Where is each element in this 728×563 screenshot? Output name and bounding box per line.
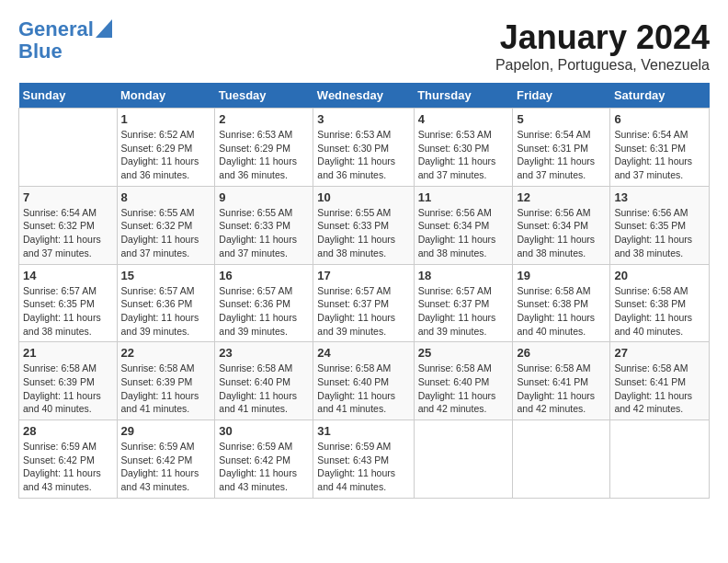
- day-number: 29: [121, 424, 211, 438]
- week-row-4: 21Sunrise: 6:58 AMSunset: 6:39 PMDayligh…: [19, 342, 710, 420]
- main-title: January 2024: [495, 18, 710, 57]
- day-cell: 20Sunrise: 6:58 AMSunset: 6:38 PMDayligh…: [610, 264, 710, 342]
- day-info: Sunrise: 6:56 AMSunset: 6:34 PMDaylight:…: [517, 206, 606, 260]
- day-cell: [414, 420, 513, 499]
- day-info: Sunrise: 6:59 AMSunset: 6:42 PMDaylight:…: [219, 440, 309, 494]
- day-number: 11: [418, 190, 509, 204]
- day-info: Sunrise: 6:54 AMSunset: 6:31 PMDaylight:…: [517, 128, 606, 182]
- day-number: 27: [614, 346, 705, 360]
- header: General Blue January 2024 Papelon, Portu…: [18, 18, 710, 74]
- day-info: Sunrise: 6:55 AMSunset: 6:33 PMDaylight:…: [219, 206, 309, 260]
- day-cell: 25Sunrise: 6:58 AMSunset: 6:40 PMDayligh…: [414, 342, 513, 420]
- day-cell: 1Sunrise: 6:52 AMSunset: 6:29 PMDaylight…: [117, 109, 215, 187]
- day-info: Sunrise: 6:58 AMSunset: 6:39 PMDaylight:…: [23, 362, 113, 416]
- logo-text-line1: General: [18, 18, 94, 40]
- day-number: 5: [517, 112, 606, 126]
- day-number: 26: [517, 346, 606, 360]
- day-number: 6: [614, 112, 705, 126]
- day-number: 9: [219, 190, 309, 204]
- day-number: 18: [418, 269, 509, 282]
- day-info: Sunrise: 6:52 AMSunset: 6:29 PMDaylight:…: [121, 128, 211, 182]
- day-info: Sunrise: 6:58 AMSunset: 6:40 PMDaylight:…: [219, 362, 309, 416]
- day-cell: 5Sunrise: 6:54 AMSunset: 6:31 PMDaylight…: [513, 109, 610, 187]
- day-number: 17: [317, 269, 409, 282]
- subtitle: Papelon, Portuguesa, Venezuela: [495, 57, 710, 74]
- day-info: Sunrise: 6:57 AMSunset: 6:35 PMDaylight:…: [23, 284, 113, 339]
- calendar-header-row: SundayMondayTuesdayWednesdayThursdayFrid…: [19, 83, 710, 109]
- day-info: Sunrise: 6:57 AMSunset: 6:36 PMDaylight:…: [121, 284, 211, 339]
- day-cell: 14Sunrise: 6:57 AMSunset: 6:35 PMDayligh…: [19, 264, 118, 342]
- day-info: Sunrise: 6:57 AMSunset: 6:37 PMDaylight:…: [317, 284, 409, 339]
- day-info: Sunrise: 6:58 AMSunset: 6:38 PMDaylight:…: [517, 284, 606, 339]
- day-number: 21: [23, 346, 113, 360]
- day-info: Sunrise: 6:55 AMSunset: 6:33 PMDaylight:…: [317, 206, 409, 260]
- day-info: Sunrise: 6:59 AMSunset: 6:42 PMDaylight:…: [23, 440, 113, 494]
- day-cell: 15Sunrise: 6:57 AMSunset: 6:36 PMDayligh…: [117, 264, 215, 342]
- day-cell: 3Sunrise: 6:53 AMSunset: 6:30 PMDaylight…: [313, 109, 414, 187]
- day-number: 31: [317, 424, 409, 438]
- day-cell: 8Sunrise: 6:55 AMSunset: 6:32 PMDaylight…: [117, 186, 215, 264]
- day-cell: 12Sunrise: 6:56 AMSunset: 6:34 PMDayligh…: [513, 186, 610, 264]
- day-cell: 23Sunrise: 6:58 AMSunset: 6:40 PMDayligh…: [215, 342, 313, 420]
- day-number: 16: [219, 269, 309, 282]
- header-sunday: Sunday: [19, 83, 118, 109]
- day-cell: [610, 420, 710, 499]
- day-cell: 11Sunrise: 6:56 AMSunset: 6:34 PMDayligh…: [414, 186, 513, 264]
- day-info: Sunrise: 6:58 AMSunset: 6:39 PMDaylight:…: [121, 362, 211, 416]
- day-info: Sunrise: 6:56 AMSunset: 6:34 PMDaylight:…: [418, 206, 509, 260]
- day-cell: 9Sunrise: 6:55 AMSunset: 6:33 PMDaylight…: [215, 186, 313, 264]
- day-info: Sunrise: 6:54 AMSunset: 6:31 PMDaylight:…: [614, 128, 705, 182]
- day-cell: 13Sunrise: 6:56 AMSunset: 6:35 PMDayligh…: [610, 186, 710, 264]
- day-number: 3: [317, 112, 409, 126]
- day-cell: 4Sunrise: 6:53 AMSunset: 6:30 PMDaylight…: [414, 109, 513, 187]
- day-number: 30: [219, 424, 309, 438]
- week-row-2: 7Sunrise: 6:54 AMSunset: 6:32 PMDaylight…: [19, 186, 710, 264]
- day-info: Sunrise: 6:58 AMSunset: 6:41 PMDaylight:…: [614, 362, 705, 416]
- header-friday: Friday: [513, 83, 610, 109]
- day-info: Sunrise: 6:58 AMSunset: 6:41 PMDaylight:…: [517, 362, 606, 416]
- day-cell: 2Sunrise: 6:53 AMSunset: 6:29 PMDaylight…: [215, 109, 313, 187]
- day-info: Sunrise: 6:58 AMSunset: 6:40 PMDaylight:…: [317, 362, 409, 416]
- day-number: 25: [418, 346, 509, 360]
- day-info: Sunrise: 6:53 AMSunset: 6:30 PMDaylight:…: [418, 128, 509, 182]
- day-cell: 31Sunrise: 6:59 AMSunset: 6:43 PMDayligh…: [313, 420, 414, 499]
- logo: General Blue: [18, 18, 112, 63]
- day-cell: 7Sunrise: 6:54 AMSunset: 6:32 PMDaylight…: [19, 186, 118, 264]
- day-number: 4: [418, 112, 509, 126]
- calendar-table: SundayMondayTuesdayWednesdayThursdayFrid…: [18, 83, 710, 499]
- day-info: Sunrise: 6:54 AMSunset: 6:32 PMDaylight:…: [23, 206, 113, 260]
- day-number: 12: [517, 190, 606, 204]
- day-number: 19: [517, 269, 606, 282]
- day-cell: 17Sunrise: 6:57 AMSunset: 6:37 PMDayligh…: [313, 264, 414, 342]
- header-thursday: Thursday: [414, 83, 513, 109]
- day-info: Sunrise: 6:57 AMSunset: 6:37 PMDaylight:…: [418, 284, 509, 339]
- day-number: 13: [614, 190, 705, 204]
- day-info: Sunrise: 6:58 AMSunset: 6:40 PMDaylight:…: [418, 362, 509, 416]
- title-block: January 2024 Papelon, Portuguesa, Venezu…: [495, 18, 710, 74]
- day-cell: 10Sunrise: 6:55 AMSunset: 6:33 PMDayligh…: [313, 186, 414, 264]
- day-number: 10: [317, 190, 409, 204]
- day-info: Sunrise: 6:57 AMSunset: 6:36 PMDaylight:…: [219, 284, 309, 339]
- day-number: 8: [121, 190, 211, 204]
- day-cell: [513, 420, 610, 499]
- day-cell: 24Sunrise: 6:58 AMSunset: 6:40 PMDayligh…: [313, 342, 414, 420]
- day-cell: 16Sunrise: 6:57 AMSunset: 6:36 PMDayligh…: [215, 264, 313, 342]
- day-cell: 6Sunrise: 6:54 AMSunset: 6:31 PMDaylight…: [610, 109, 710, 187]
- day-info: Sunrise: 6:53 AMSunset: 6:30 PMDaylight:…: [317, 128, 409, 182]
- day-cell: 28Sunrise: 6:59 AMSunset: 6:42 PMDayligh…: [19, 420, 118, 499]
- day-cell: 26Sunrise: 6:58 AMSunset: 6:41 PMDayligh…: [513, 342, 610, 420]
- day-number: 22: [121, 346, 211, 360]
- day-number: 23: [219, 346, 309, 360]
- week-row-5: 28Sunrise: 6:59 AMSunset: 6:42 PMDayligh…: [19, 420, 710, 499]
- day-cell: 30Sunrise: 6:59 AMSunset: 6:42 PMDayligh…: [215, 420, 313, 499]
- day-cell: 19Sunrise: 6:58 AMSunset: 6:38 PMDayligh…: [513, 264, 610, 342]
- logo-arrow-icon: [96, 19, 112, 38]
- day-number: 20: [614, 269, 705, 282]
- svg-marker-0: [96, 19, 112, 38]
- header-tuesday: Tuesday: [215, 83, 313, 109]
- day-info: Sunrise: 6:53 AMSunset: 6:29 PMDaylight:…: [219, 128, 309, 182]
- day-number: 15: [121, 269, 211, 282]
- header-saturday: Saturday: [610, 83, 710, 109]
- day-cell: 27Sunrise: 6:58 AMSunset: 6:41 PMDayligh…: [610, 342, 710, 420]
- day-cell: 29Sunrise: 6:59 AMSunset: 6:42 PMDayligh…: [117, 420, 215, 499]
